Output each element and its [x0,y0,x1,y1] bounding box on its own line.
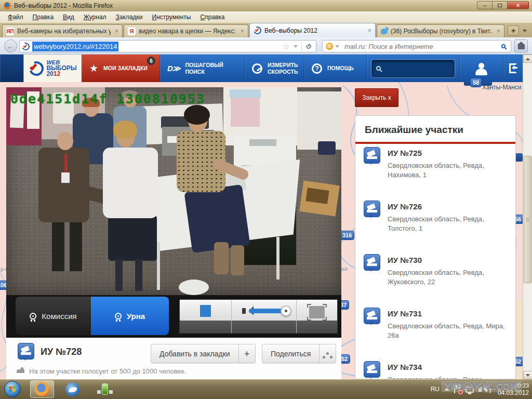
station-id[interactable]: ИУ №725 [388,149,422,157]
menu-tools[interactable]: Инструменты [148,12,196,22]
close-panel-button[interactable]: Закрыть х [355,88,398,107]
url-bar[interactable]: webvybory2012.ru/#122014 ☆ [19,40,316,52]
tab-close-icon[interactable]: × [241,28,244,35]
station-id[interactable]: ИУ №731 [388,309,422,318]
maximize-icon [498,4,502,7]
star-icon: ★ [89,62,98,74]
station-list-item[interactable]: ИУ №734 Свердловская область, Ревда, М.Г… [355,361,516,379]
nav-help[interactable]: ? ПОМОЩЬ [304,55,366,82]
back-button[interactable]: ← [4,39,17,52]
tab-webvybory-active[interactable]: Веб–выборы 2012 × [249,23,376,37]
taskbar-firefox-button[interactable] [30,380,54,398]
scene-blonde-leg [135,259,142,291]
reload-icon[interactable] [305,43,312,50]
new-tab-button[interactable]: + [508,25,519,36]
taskbar-thunderbird-button[interactable] [65,382,79,396]
nav-my-bookmarks[interactable]: ★ МОИ ЗАКЛАДКИ 6 [82,55,159,82]
map-marker-58[interactable]: 58 [470,78,482,87]
scrollbar-thumb[interactable] [524,156,531,283]
corner [307,304,311,308]
maximize-button[interactable] [492,1,507,9]
browser-scrollbar[interactable] [523,55,532,379]
logo-year-red: 12 [54,70,60,77]
nav-step-search[interactable]: D≫ ПОШАГОВЫЙ ПОИСК [159,55,244,82]
language-indicator[interactable]: RU [431,385,440,393]
red-divider [355,142,515,144]
tab-yandex[interactable]: Я видео навара в щепки — Яндекс: ... × [124,24,248,37]
site-search-input[interactable] [371,60,455,77]
station-list-item[interactable]: ИУ №730 Свердловская область, Ревда, Жук… [355,254,516,306]
menu-edit[interactable]: Правка [28,12,59,22]
search-placeholder-text[interactable]: mail.ru: Поиск в Интернете [344,43,501,50]
tab-twitter[interactable]: (36) РосВыборы (rosvybory) в Твит... × [377,24,504,37]
menu-view[interactable]: Вид [58,12,79,22]
scene-blonde-skirt [108,215,157,261]
station-id[interactable]: ИУ №730 [388,256,422,264]
help-icon: ? [312,63,322,74]
station-list-item[interactable]: ИУ №731 Свердловская область, Ревда, Мир… [355,308,516,360]
bookmarks-count-badge: 6 [147,57,155,65]
camera-tab-label: Урна [127,312,145,321]
volume-control[interactable] [232,300,297,333]
tab-close-icon[interactable]: × [368,27,371,34]
share-button[interactable]: Поделиться [262,344,336,363]
stop-button[interactable] [180,300,232,333]
ballot-slot [367,370,377,373]
search-engine-dropdown-icon[interactable] [335,45,339,48]
camera-tab-urn-active[interactable]: Урна [91,297,169,335]
share-icon[interactable] [319,344,336,363]
search-magnifier-icon[interactable] [501,44,506,48]
menu-file[interactable]: Файл [3,12,28,22]
ballot-slot [21,352,31,355]
logo-check-icon [29,61,44,76]
scene-boot [231,245,244,275]
tab-webcams[interactable]: ЯП Веб-камеры на избирательных уч... × [2,24,123,37]
fullscreen-button[interactable] [297,300,337,333]
url-dropdown-icon[interactable] [294,45,298,48]
volume-slider[interactable] [249,309,286,313]
player-controls-strip: Комиссия Урна [6,295,341,338]
station-id: ИУ №728 [41,347,82,357]
tab-label: (36) РосВыборы (rosvybory) в Твит... [391,28,493,35]
home-button[interactable] [514,39,528,52]
scene-man-head [57,132,73,150]
nav-measure-speed[interactable]: ИЗМЕРИТЬ СКОРОСТЬ [244,55,304,82]
scene-boot [214,242,229,274]
close-button[interactable]: × [507,1,529,9]
station-list-item[interactable]: ИУ №726 Свердловская область, Ревда, Тол… [355,201,516,252]
menu-help[interactable]: Справка [195,12,229,22]
camera-tab-commission[interactable]: Комиссия [16,297,91,335]
webcam-player: 0de4151d14f 1300810953 Комиссия Урна [6,87,341,338]
scroll-down-button[interactable] [523,371,532,379]
start-button[interactable] [4,381,21,397]
nearby-stations-panel: Ближайшие участки ИУ №725 Свердловская о… [355,115,516,379]
map-marker-316[interactable]: 316 [340,231,354,240]
menu-bookmarks[interactable]: Закладки [111,12,148,22]
volume-knob[interactable] [281,305,291,316]
speedometer-icon [252,63,262,74]
menu-history[interactable]: Журнал [79,12,111,22]
station-id[interactable]: ИУ №734 [388,363,422,371]
station-list-item[interactable]: ИУ №725 Свердловская область, Ревда, Нах… [355,147,516,199]
station-id[interactable]: ИУ №726 [388,202,422,211]
site-logo[interactable]: WEB ВЫБОРЫ 2012 [23,55,82,82]
profile-button[interactable] [459,55,503,82]
webcam-video[interactable]: 0de4151d14f 1300810953 [6,87,341,295]
step-search-icon: D≫ [167,64,180,73]
logout-button[interactable] [503,55,523,82]
tab-close-icon[interactable]: × [497,28,500,35]
scroll-up-button[interactable] [523,55,532,63]
plus-icon[interactable]: + [238,344,255,363]
minimize-button[interactable]: – [477,1,492,9]
url-text-selected[interactable]: webvybory2012.ru/#122014 [32,42,118,51]
tab-list-button[interactable] [520,25,529,36]
tab-close-icon[interactable]: × [115,28,118,35]
menu-bar: Файл Правка Вид Журнал Закладки Инструме… [0,11,532,23]
scene-trash-bin [179,280,209,295]
ballot-marker-icon [18,343,34,360]
taskbar-qip-button[interactable] [102,383,108,395]
add-bookmark-button[interactable]: Добавить в закладки + [151,344,256,363]
search-box[interactable]: @ mail.ru: Поиск в Интернете [322,40,511,52]
window-title: Веб–выборы 2012 - Mozilla Firefox [14,2,113,9]
bookmark-star-icon[interactable]: ☆ [283,42,290,51]
